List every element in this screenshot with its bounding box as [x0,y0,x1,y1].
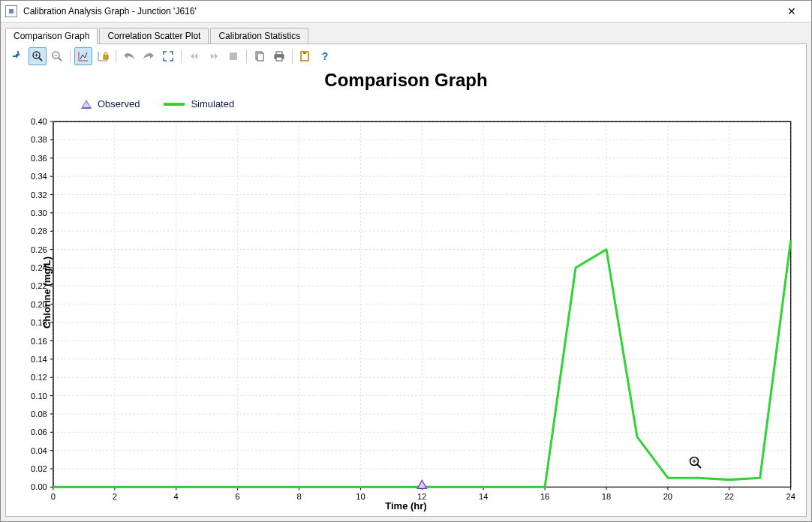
pan-button[interactable] [9,47,27,65]
svg-text:20: 20 [663,492,672,501]
svg-rect-10 [257,53,263,61]
svg-text:0.18: 0.18 [31,318,47,327]
svg-text:0.12: 0.12 [31,373,47,382]
toolbar-separator [70,50,71,63]
svg-rect-11 [276,52,282,55]
svg-text:0.16: 0.16 [31,337,47,346]
help-button[interactable]: ? [316,47,334,65]
svg-text:0.06: 0.06 [31,428,47,436]
svg-text:8: 8 [296,492,301,501]
svg-text:6: 6 [236,492,240,501]
tab-strip: Comparison Graph Correlation Scatter Plo… [5,27,807,44]
svg-text:0.00: 0.00 [31,482,47,491]
svg-rect-15 [303,52,306,54]
tab-label: Calibration Statistics [218,31,300,41]
scroll-left-button[interactable] [185,47,203,65]
toolbar-separator [181,50,182,63]
svg-text:0.04: 0.04 [31,446,47,455]
toolbar-separator [292,50,293,63]
svg-text:0.10: 0.10 [31,392,47,400]
chart-toolbar: ? [6,44,806,68]
toolbar-separator [116,50,116,63]
svg-text:0.36: 0.36 [31,154,47,163]
svg-text:14: 14 [479,492,488,501]
toolbar-separator [246,50,247,63]
redo-button[interactable] [140,47,158,65]
tab-panel: ? Comparison Graph Observed Simulated Ch… [5,44,807,517]
stop-button[interactable] [224,47,242,65]
svg-rect-7 [104,56,108,59]
app-window: Calibration Analysis Graph - Junction 'J… [0,0,812,522]
svg-text:0.30: 0.30 [31,208,47,218]
svg-text:0.40: 0.40 [31,117,47,126]
svg-text:0.14: 0.14 [31,355,47,364]
zoom-in-button[interactable] [29,47,47,65]
print-button[interactable] [270,47,288,65]
chart-svg: 0.000.020.040.060.080.100.120.140.160.18… [6,68,806,518]
zoom-extents-button[interactable] [159,47,177,65]
svg-text:10: 10 [356,492,365,501]
close-button[interactable]: ✕ [777,1,807,22]
tab-calibration-statistics[interactable]: Calibration Statistics [210,28,308,44]
svg-text:0: 0 [51,492,56,501]
tab-correlation-scatter-plot[interactable]: Correlation Scatter Plot [99,28,209,44]
app-icon [5,5,17,17]
svg-text:0.24: 0.24 [31,263,47,272]
svg-text:4: 4 [174,492,179,501]
svg-text:0.34: 0.34 [31,172,47,181]
svg-text:0.26: 0.26 [31,245,47,254]
titlebar: Calibration Analysis Graph - Junction 'J… [1,1,811,22]
svg-text:0.08: 0.08 [31,410,47,418]
svg-text:18: 18 [602,492,611,501]
svg-rect-8 [230,52,237,60]
help-icon: ? [322,50,329,62]
options-button[interactable] [296,47,314,65]
dynamic-axis-button[interactable] [74,47,92,65]
fixed-axis-button[interactable] [94,47,112,65]
tab-comparison-graph[interactable]: Comparison Graph [5,28,98,44]
chart-area[interactable]: Comparison Graph Observed Simulated Chlo… [6,68,806,516]
zoom-out-button[interactable] [48,47,66,65]
svg-text:0.28: 0.28 [31,226,47,236]
client-area: Comparison Graph Correlation Scatter Plo… [1,22,811,521]
svg-text:0.38: 0.38 [31,135,47,144]
svg-text:0.20: 0.20 [31,300,47,309]
scroll-right-button[interactable] [205,47,223,65]
tab-label: Correlation Scatter Plot [107,31,200,41]
svg-text:24: 24 [786,492,795,501]
undo-button[interactable] [120,47,138,65]
svg-rect-13 [276,57,282,61]
svg-line-1 [39,58,42,61]
svg-text:12: 12 [417,492,426,501]
svg-text:22: 22 [725,492,734,501]
svg-text:0.22: 0.22 [31,281,47,290]
svg-text:16: 16 [540,492,549,501]
copy-button[interactable] [251,47,269,65]
tab-label: Comparison Graph [14,31,89,41]
window-title: Calibration Analysis Graph - Junction 'J… [23,6,777,16]
svg-text:2: 2 [113,492,117,501]
svg-text:0.02: 0.02 [31,464,47,473]
svg-line-5 [59,58,62,61]
svg-text:0.32: 0.32 [31,190,47,200]
